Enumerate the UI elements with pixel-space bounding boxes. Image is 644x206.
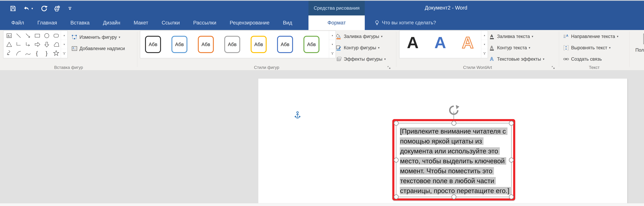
shape-scribble-icon[interactable] xyxy=(4,49,14,58)
dropdown-arrow-icon: ▾ xyxy=(384,57,386,61)
shape-oval-icon[interactable] xyxy=(42,31,52,40)
wordart-styles-dialog-launcher[interactable] xyxy=(551,66,556,70)
shape-outline-button[interactable]: Контур фигуры ▾ xyxy=(334,42,380,53)
group-label-insert-shapes: Вставка фигур xyxy=(0,65,137,70)
tab-рецензирование[interactable]: Рецензирование xyxy=(223,16,276,30)
text-box-content[interactable]: [Привлеките внимание читателя спомощью я… xyxy=(400,126,511,196)
wordart-style-black-fill[interactable]: A xyxy=(407,34,418,51)
gallery-scroll-down-button[interactable]: ▾ xyxy=(61,40,68,49)
draw-text-box-button[interactable]: А Добавление надписи xyxy=(70,44,126,54)
draw-text-box-icon: А xyxy=(71,45,78,52)
shape-style-preset-3[interactable]: Абв xyxy=(198,36,214,53)
tab-рассылки[interactable]: Рассылки xyxy=(186,16,223,30)
shape-right-brace-icon[interactable]: } xyxy=(42,49,52,58)
gallery-scroll-down-button[interactable]: ▾ xyxy=(481,40,488,49)
wordart-style-blue-fill[interactable]: A xyxy=(434,34,446,51)
svg-text:A: A xyxy=(566,34,568,37)
undo-button[interactable] xyxy=(22,4,30,12)
shape-elbow-connector-icon[interactable] xyxy=(14,40,23,49)
tell-me-box[interactable]: Что вы хотите сделать? xyxy=(374,16,436,30)
resize-handle-top-left[interactable] xyxy=(394,121,399,126)
resize-handle-top-right[interactable] xyxy=(509,121,514,126)
shape-isosceles-triangle-icon[interactable] xyxy=(4,40,14,49)
svg-text:{: { xyxy=(36,50,38,56)
shape-arrow-icon[interactable] xyxy=(23,31,32,40)
shape-style-preview-text: Абв xyxy=(202,42,210,47)
tab-макет[interactable]: Макет xyxy=(127,16,155,30)
tab-файл[interactable]: Файл xyxy=(5,16,31,30)
redo-button[interactable] xyxy=(40,4,48,12)
tab-ссылки[interactable]: Ссылки xyxy=(155,16,186,30)
align-text-button[interactable]: Выровнять текст ▾ xyxy=(562,42,612,53)
shape-left-brace-icon[interactable]: { xyxy=(32,49,42,58)
resize-handle-middle-left[interactable] xyxy=(394,158,399,162)
customize-quick-access-toolbar-button[interactable] xyxy=(66,4,74,12)
text-direction-button[interactable]: A Направление текста ▾ xyxy=(562,31,620,42)
gallery-more-button[interactable]: ▾ xyxy=(61,49,68,58)
shape-style-preset-6[interactable]: Абв xyxy=(277,36,293,53)
print-preview-icon xyxy=(54,5,60,12)
dropdown-arrow-icon: ▾ xyxy=(529,46,530,50)
rotation-handle[interactable] xyxy=(448,105,459,116)
shape-fill-icon xyxy=(336,33,342,40)
text-outline-button[interactable]: А Контур текста ▾ xyxy=(488,42,531,53)
resize-handle-bottom-center[interactable] xyxy=(452,194,456,199)
group-label-wordart-styles: Стили WordArt xyxy=(396,65,559,70)
resize-handle-top-center[interactable] xyxy=(452,121,456,126)
text-effects-button[interactable]: А Текстовые эффекты ▾ xyxy=(488,54,545,64)
tab-главная[interactable]: Главная xyxy=(31,16,64,30)
tab-вид[interactable]: Вид xyxy=(276,16,299,30)
shape-curve-icon[interactable] xyxy=(23,49,32,58)
shape-style-preset-1[interactable]: Абв xyxy=(145,36,161,53)
resize-handle-bottom-right[interactable] xyxy=(509,194,514,199)
selected-text-box[interactable]: [Привлеките внимание читателя спомощью я… xyxy=(392,119,515,200)
resize-handle-middle-right[interactable] xyxy=(509,158,514,162)
tab-дизайн[interactable]: Дизайн xyxy=(96,16,127,30)
shape-star-icon[interactable] xyxy=(52,49,61,58)
wordart-style-orange-outline[interactable]: A xyxy=(462,34,474,51)
text-fill-button[interactable]: А Заливка текста ▾ xyxy=(488,31,534,42)
shape-line-icon[interactable] xyxy=(14,31,23,40)
position-button[interactable]: Положение ▾ xyxy=(632,31,644,64)
undo-dropdown-arrow[interactable]: ▾ xyxy=(32,4,35,12)
contextual-tab-group-header: Средства рисования xyxy=(308,1,365,16)
wordart-gallery-scrollbar: ▴ ▾ ▾ xyxy=(481,31,488,58)
shape-style-preset-4[interactable]: Абв xyxy=(224,36,240,53)
text-box-line: место, чтобы выделить ключевой xyxy=(400,156,511,166)
shape-arc-icon[interactable] xyxy=(14,49,23,58)
edit-shape-icon xyxy=(71,34,78,40)
shape-right-arrow-icon[interactable] xyxy=(32,40,42,49)
resize-handle-bottom-left[interactable] xyxy=(394,194,399,199)
shape-elbow-arrow-connector-icon[interactable] xyxy=(23,40,32,49)
shape-styles-dialog-launcher[interactable] xyxy=(387,66,391,70)
shape-style-preset-5[interactable]: Абв xyxy=(251,36,266,53)
shape-fill-button[interactable]: Заливка фигуры ▾ xyxy=(334,31,384,42)
dropdown-arrow-icon: ▾ xyxy=(543,57,544,61)
document-canvas: [Привлеките внимание читателя спомощью я… xyxy=(0,70,644,206)
shape-freeform-icon[interactable] xyxy=(52,40,61,49)
print-preview-button[interactable] xyxy=(53,4,61,12)
gallery-scroll-up-button[interactable]: ▴ xyxy=(61,31,68,40)
edit-shape-button[interactable]: Изменить фигуру ▾ xyxy=(70,32,121,42)
position-label: Положение xyxy=(635,48,644,53)
save-button[interactable] xyxy=(9,4,17,12)
shapes-gallery: A{} ▴ ▾ ▾ xyxy=(3,31,68,58)
shape-style-preview-text: Абв xyxy=(175,42,184,47)
gallery-more-button[interactable]: ▾ xyxy=(481,49,488,58)
gallery-scroll-up-button[interactable]: ▴ xyxy=(481,31,488,40)
create-link-button[interactable]: Создать связь xyxy=(562,54,603,64)
tab-format[interactable]: Формат xyxy=(308,16,365,30)
tab-вставка[interactable]: Вставка xyxy=(64,16,96,30)
shape-text-box-icon[interactable]: A xyxy=(4,31,14,40)
shape-style-preset-7[interactable]: Абв xyxy=(304,36,320,53)
undo-icon xyxy=(22,5,29,12)
shape-style-preset-2[interactable]: Абв xyxy=(172,36,188,53)
text-box-line: страницы, просто перетащите его.] xyxy=(400,186,511,196)
shape-rounded-rectangle-icon[interactable] xyxy=(52,31,61,40)
rotate-arrow-icon xyxy=(448,105,459,116)
shape-effects-button[interactable]: Эффекты фигуры ▾ xyxy=(334,54,387,64)
shape-down-arrow-icon[interactable] xyxy=(42,40,52,49)
dropdown-arrow-icon: ▾ xyxy=(617,35,618,38)
text-box-line: момент. Чтобы поместить это xyxy=(400,166,511,176)
shape-rectangle-icon[interactable] xyxy=(32,31,42,40)
